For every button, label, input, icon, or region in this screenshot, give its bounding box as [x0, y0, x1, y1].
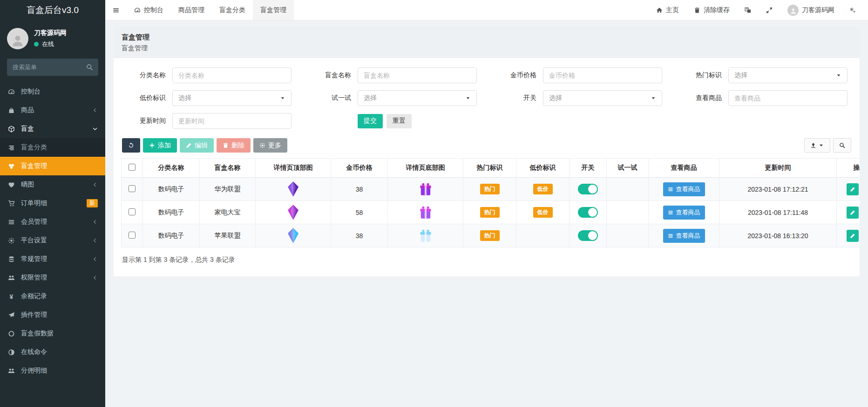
- sidebar-item-goods[interactable]: 商品: [0, 101, 105, 120]
- sidebar-item-blindbox[interactable]: 盲盒: [0, 120, 105, 138]
- filter-coin-price-input[interactable]: [543, 67, 662, 83]
- filter-label: 金币价格: [493, 71, 543, 80]
- view-goods-button[interactable]: 查看商品: [663, 206, 705, 220]
- sidebar-item-blindbox-category[interactable]: 盲盒分类: [0, 138, 105, 157]
- sidebar-item-blindbox-manage[interactable]: 盲盒管理: [0, 157, 105, 175]
- nav-language[interactable]: [737, 0, 759, 20]
- row-actions: [847, 207, 860, 219]
- edit-row-button[interactable]: [847, 230, 859, 242]
- switch-toggle[interactable]: [578, 207, 598, 218]
- view-goods-label: 查看商品: [676, 208, 700, 217]
- column-header[interactable]: 操作: [837, 159, 860, 178]
- sidebar-item-plugin-manage[interactable]: 插件管理: [0, 306, 105, 324]
- nav-clear-cache[interactable]: 清除缓存: [686, 0, 737, 20]
- column-header[interactable]: 分类名称: [143, 159, 200, 178]
- cell-coin-price: 58: [331, 201, 388, 224]
- sidebar-search-input[interactable]: [7, 59, 98, 76]
- gear-icon: [259, 142, 265, 148]
- users-icon: [7, 274, 15, 281]
- select-all-checkbox[interactable]: [129, 164, 136, 171]
- switch-toggle[interactable]: [578, 230, 598, 241]
- column-header[interactable]: 低价标识: [516, 159, 570, 178]
- reset-button[interactable]: 重置: [387, 114, 412, 128]
- filter-item-category-name: 分类名称: [122, 67, 295, 83]
- cell-category: 数码电子: [143, 178, 200, 201]
- column-header[interactable]: 详情页顶部图: [256, 159, 331, 178]
- view-goods-button[interactable]: 查看商品: [663, 229, 705, 243]
- detail-bottom-image: [420, 231, 432, 239]
- filter-try-flag-select[interactable]: 选择: [358, 90, 477, 106]
- nav-fullscreen[interactable]: [759, 0, 780, 20]
- view-goods-button[interactable]: 查看商品: [663, 182, 705, 196]
- page-title: 盲盒管理: [122, 33, 852, 42]
- column-header[interactable]: 详情页底部图: [388, 159, 463, 178]
- sidebar-item-label: 分佣明细: [21, 367, 98, 375]
- filter-view-goods-input[interactable]: [728, 90, 848, 106]
- sidebar-item-order-detail[interactable]: 订单明细 新: [0, 194, 105, 213]
- nav-user-menu[interactable]: 刀客源码网: [780, 0, 842, 20]
- filter-actions: 提交 重置: [307, 113, 481, 129]
- nav-tab-goods-manage[interactable]: 商品管理: [171, 0, 212, 20]
- sidebar-item-online-command[interactable]: 在线命令: [0, 343, 105, 361]
- nav-tab-blindbox-manage[interactable]: 盲盒管理: [253, 0, 294, 20]
- filter-cheap-flag-select[interactable]: 选择: [172, 90, 292, 106]
- more-button[interactable]: 更多: [253, 138, 287, 153]
- export-button[interactable]: [804, 138, 830, 153]
- column-header[interactable]: 热门标识: [463, 159, 516, 178]
- pencil-icon: [850, 187, 855, 192]
- edit-button[interactable]: 编辑: [180, 138, 214, 153]
- refresh-button[interactable]: [122, 138, 140, 153]
- main-area: 控制台商品管理盲盒分类盲盒管理 主页清除缓存刀客源码网 盲盒管理 盲盒管理 分类…: [105, 0, 868, 407]
- toolbar: 添加编辑删除更多: [122, 138, 851, 153]
- column-header[interactable]: 更新时间: [719, 159, 837, 178]
- filter-item-try-flag: 试一试 选择: [307, 90, 481, 106]
- column-header[interactable]: 金币价格: [331, 159, 388, 178]
- plus-icon: [149, 142, 155, 148]
- switch-toggle[interactable]: [578, 184, 598, 194]
- sidebar-item-balance-record[interactable]: ¥余额记录: [0, 287, 105, 306]
- nav-settings[interactable]: [842, 0, 863, 20]
- filter-update-time-input[interactable]: [172, 113, 292, 129]
- sidebar-item-platform-settings[interactable]: 平台设置: [0, 231, 105, 250]
- sidebar-item-member-manage[interactable]: 会员管理: [0, 213, 105, 231]
- table-search-button[interactable]: [833, 138, 851, 153]
- sidebar-item-commission-detail[interactable]: 分佣明细: [0, 361, 105, 380]
- nav-tab-dashboard[interactable]: 控制台: [127, 0, 171, 20]
- row-checkbox[interactable]: [129, 185, 136, 192]
- card-body: 分类名称 盲盒名称 金币价格 热门标识 选择 低价标识 选择 试一试 选择 开关…: [114, 58, 860, 276]
- column-header[interactable]: 开关: [570, 159, 607, 178]
- filter-label: 更新时间: [122, 117, 172, 125]
- nav-item-label: 主页: [666, 6, 679, 14]
- new-badge: 新: [87, 199, 98, 207]
- sidebar-item-blindbox-fake-data[interactable]: 盲盒假数据: [0, 324, 105, 343]
- menu-icon: [113, 7, 119, 13]
- sidebar-item-photos[interactable]: 晒图: [0, 175, 105, 194]
- row-checkbox[interactable]: [129, 208, 136, 215]
- sidebar-toggle-button[interactable]: [105, 0, 127, 20]
- filter-hot-flag-select[interactable]: 选择: [728, 67, 848, 83]
- delete-button[interactable]: 删除: [217, 138, 251, 153]
- submit-button[interactable]: 提交: [358, 114, 383, 128]
- column-header[interactable]: 查看商品: [649, 159, 719, 178]
- cell-try: [607, 178, 649, 201]
- nav-home[interactable]: 主页: [649, 0, 686, 20]
- sidebar-item-general-manage[interactable]: 常规管理: [0, 250, 105, 268]
- filter-category-name-input[interactable]: [172, 67, 292, 83]
- filter-blindbox-name-input[interactable]: [358, 67, 477, 83]
- row-checkbox[interactable]: [129, 232, 136, 239]
- caret-down-icon: [465, 95, 471, 101]
- cell-coin-price: 38: [331, 224, 388, 247]
- add-button[interactable]: 添加: [143, 138, 177, 153]
- sidebar-item-dashboard[interactable]: 控制台: [0, 82, 105, 101]
- nav-tab-blindbox-category[interactable]: 盲盒分类: [212, 0, 253, 20]
- sidebar-item-permission-manage[interactable]: 权限管理: [0, 268, 105, 287]
- edit-row-button[interactable]: [847, 207, 859, 219]
- edit-row-button[interactable]: [847, 183, 859, 195]
- button-label: 添加: [158, 141, 171, 150]
- cell-try: [607, 224, 649, 247]
- cell-blindbox-name: 家电大宝: [200, 201, 256, 224]
- column-header[interactable]: 试一试: [607, 159, 649, 178]
- trash-icon: [694, 7, 700, 13]
- filter-switch-flag-select[interactable]: 选择: [543, 90, 662, 106]
- column-header[interactable]: 盲盒名称: [200, 159, 256, 178]
